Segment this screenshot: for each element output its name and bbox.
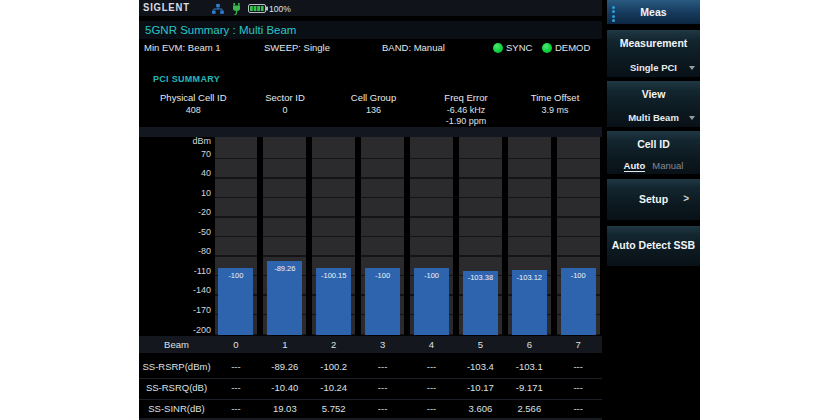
chart-gridline [459,177,502,179]
status-sweep: SWEEP: Single [264,42,330,53]
pci-column-label: Time Offset [495,92,615,104]
beam-axis-number: 0 [212,339,260,351]
beam-axis-title: Beam [139,339,214,351]
page-title: 5GNR Summary : Multi Beam [145,21,296,39]
cell-id-option-manual[interactable]: Manual [652,160,683,171]
chart-gridline [215,197,258,199]
beam-axis-number: 5 [456,339,504,351]
chart-gridline [508,177,551,179]
bar-value-label: -103.38 [463,273,498,282]
chart-gridline [508,197,551,199]
beam-axis-number: 6 [505,339,553,351]
chart-gridline [215,177,258,179]
instrument-screen: SIGLENT 100% 5GNR Summary : Multi Beam M… [139,0,700,420]
table-cell: -10.40 [261,382,309,394]
chart-gridline [459,197,502,199]
menu-button-view[interactable]: ViewMulti Beam [607,81,700,127]
table-cell: --- [212,361,260,373]
table-cell: -103.4 [456,361,504,373]
table-cell: 5.752 [310,403,358,415]
chart-gridline [263,236,306,238]
beam-axis-strip: Beam01234567 [139,336,602,353]
table-cell: -100.2 [310,361,358,373]
chart-gridline [557,236,600,238]
bar-value-label: -100 [414,271,449,280]
chart-gridline [410,255,453,257]
chart-gridline [557,158,600,160]
table-cell: --- [212,382,260,394]
table-row-label: SS-RSRP(dBm) [139,361,214,373]
table-cell: -89.26 [261,361,309,373]
chart-gridline [361,236,404,238]
status-sync-label: SYNC [506,42,532,53]
chart-gridline [459,236,502,238]
y-axis-tick-label: -110 [139,266,211,276]
chart-gridline [361,177,404,179]
table-cell: --- [554,382,602,394]
chart-gridline [312,255,355,257]
table-cell: --- [359,403,407,415]
y-axis-tick-label: 10 [139,188,211,198]
chart-gridline [312,216,355,218]
cell-id-option-auto[interactable]: Auto [624,160,646,173]
beam-axis-number: 1 [261,339,309,351]
chart-gridline [557,216,600,218]
chart-gridline [312,236,355,238]
chart-gridline [215,158,258,160]
chart-gridline [459,158,502,160]
chart-gridline [508,236,551,238]
table-cell: 19.03 [261,403,309,415]
chart-gridline [263,197,306,199]
table-cell: --- [359,382,407,394]
power-plug-icon [232,3,241,15]
chart-gridline [263,255,306,257]
beam-axis-number: 3 [359,339,407,351]
menu-header-meas[interactable]: Meas [607,0,700,24]
sync-led [493,43,503,53]
menu-button-measurement[interactable]: MeasurementSingle PCI [607,30,700,77]
status-min-evm: Min EVM: Beam 1 [144,42,221,53]
top-status-bar: SIGLENT 100% [139,0,602,16]
table-cell: --- [408,361,456,373]
cell-id-options: AutoManual [607,160,700,171]
dropdown-arrow-icon [689,66,695,70]
table-row-label: SS-RSRQ(dB) [139,382,214,394]
setup-chevron-icon: > [683,193,689,204]
battery-percent: 100% [269,4,291,14]
status-band: BAND: Manual [382,42,445,53]
dropdown-arrow-icon [689,116,695,120]
chart-gridline [557,197,600,199]
table-row-separator [139,378,602,379]
menu-button-label: View [607,88,700,100]
chart-gridline [263,158,306,160]
chart-gridline [508,216,551,218]
chart-gridline [557,177,600,179]
chart-gridline [215,255,258,257]
menu-header-label: Meas [607,6,700,18]
bar-value-label: -100.15 [316,271,351,280]
table-cell: -9.171 [505,382,553,394]
bar-value-label: -103.12 [512,273,547,282]
y-axis-tick-label: -140 [139,285,211,295]
chart-gridline [410,236,453,238]
table-row-label: SS-SINR(dB) [139,403,214,415]
softkey-menu: MeasMeasurementSingle PCIViewMulti BeamC… [607,0,700,420]
menu-button-setup[interactable]: Setup> [607,179,700,220]
pci-summary-title: PCI SUMMARY [153,74,220,84]
chart-gridline [410,158,453,160]
chart-gridline [361,255,404,257]
table-cell: --- [554,361,602,373]
y-axis-tick-label: 70 [139,149,211,159]
chart-gridline [410,197,453,199]
menu-button-label: Auto Detect SSB [607,239,700,251]
chart-gridline [215,236,258,238]
beam-axis-number: 2 [310,339,358,351]
table-cell: --- [359,361,407,373]
chart-gridline [508,158,551,160]
menu-button-cell-id[interactable]: Cell IDAutoManual [607,131,700,174]
y-axis-tick-label: -80 [139,246,211,256]
lan-icon [212,4,224,14]
menu-button-label: Measurement [607,37,700,49]
menu-button-auto-detect-ssb[interactable]: Auto Detect SSB [607,226,700,266]
chart-gridline [312,177,355,179]
